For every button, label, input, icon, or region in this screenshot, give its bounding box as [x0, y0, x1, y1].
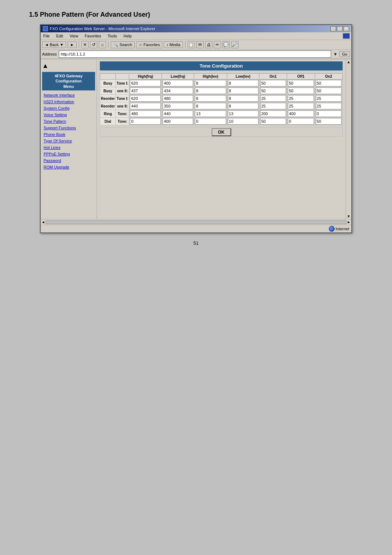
- discuss-button[interactable]: 💬: [222, 41, 230, 48]
- input-off1-4[interactable]: [288, 110, 314, 117]
- input-low-lev-5[interactable]: [228, 118, 258, 125]
- input-on2-3[interactable]: [316, 103, 342, 109]
- window-controls[interactable]: _ □ ✕: [330, 26, 349, 31]
- input-on2-0[interactable]: [316, 80, 342, 86]
- input-high-lev-0[interactable]: [195, 80, 226, 86]
- research-button[interactable]: 🔎: [231, 41, 238, 48]
- input-high-frq-3[interactable]: [130, 103, 161, 109]
- row-on2-0[interactable]: [315, 80, 342, 87]
- sidebar-item-system-config[interactable]: System Config: [42, 105, 95, 112]
- row-high-frq-5[interactable]: [129, 118, 162, 125]
- row-low-frq-2[interactable]: [162, 95, 194, 102]
- input-low-frq-2[interactable]: [163, 95, 193, 102]
- row-low-frq-4[interactable]: [162, 110, 194, 118]
- row-on2-2[interactable]: [315, 95, 342, 102]
- row-on1-0[interactable]: [259, 80, 287, 87]
- row-high-frq-0[interactable]: [129, 80, 162, 87]
- row-off1-5[interactable]: [287, 118, 315, 125]
- menu-tools[interactable]: Tools: [107, 33, 118, 39]
- input-on1-4[interactable]: [260, 110, 286, 117]
- row-on2-4[interactable]: [315, 110, 342, 118]
- input-low-lev-3[interactable]: [228, 103, 258, 109]
- row-low-lev-3[interactable]: [227, 102, 259, 110]
- row-off1-2[interactable]: [287, 95, 315, 102]
- edit-button[interactable]: ✏: [214, 41, 221, 48]
- input-high-lev-1[interactable]: [195, 88, 226, 94]
- print-button[interactable]: 🖨: [205, 41, 212, 48]
- search-button[interactable]: 🔍 Search: [111, 41, 135, 48]
- row-low-frq-3[interactable]: [162, 102, 194, 110]
- row-low-frq-0[interactable]: [162, 80, 194, 87]
- refresh-button[interactable]: ↺: [90, 41, 97, 48]
- maximize-button[interactable]: □: [337, 26, 343, 31]
- row-off1-3[interactable]: [287, 102, 315, 110]
- input-high-frq-4[interactable]: [130, 110, 161, 117]
- sidebar-item-support-functions[interactable]: Support Functions: [42, 125, 95, 131]
- menu-view[interactable]: View: [69, 33, 79, 39]
- row-off1-1[interactable]: [287, 87, 315, 95]
- sidebar-item-pppoe-setting[interactable]: PPPoE Setting: [42, 151, 95, 157]
- row-high-frq-2[interactable]: [129, 95, 162, 102]
- row-on1-5[interactable]: [259, 118, 287, 125]
- row-high-lev-3[interactable]: [194, 102, 227, 110]
- input-low-lev-4[interactable]: [228, 110, 258, 117]
- forward-button[interactable]: ►: [68, 41, 77, 48]
- input-low-lev-2[interactable]: [228, 95, 258, 102]
- input-high-lev-2[interactable]: [195, 95, 226, 102]
- input-on2-2[interactable]: [316, 95, 342, 102]
- input-on1-2[interactable]: [260, 95, 286, 102]
- menu-file[interactable]: File: [42, 33, 51, 39]
- menu-help[interactable]: Help: [122, 33, 133, 39]
- sidebar-item-hot-lines[interactable]: Hot Lines: [42, 144, 95, 151]
- row-on1-2[interactable]: [259, 95, 287, 102]
- input-high-frq-2[interactable]: [130, 95, 161, 102]
- row-high-frq-4[interactable]: [129, 110, 162, 118]
- row-on2-3[interactable]: [315, 102, 342, 110]
- input-high-frq-0[interactable]: [130, 80, 161, 86]
- horizontal-scrollbar[interactable]: ◄ ►: [41, 219, 351, 225]
- row-high-lev-0[interactable]: [194, 80, 227, 87]
- menu-edit[interactable]: Edit: [55, 33, 64, 39]
- input-off1-3[interactable]: [288, 103, 314, 109]
- input-on2-1[interactable]: [316, 88, 342, 94]
- input-off1-5[interactable]: [288, 118, 314, 125]
- media-button[interactable]: ♪ Media: [164, 41, 183, 48]
- row-off1-0[interactable]: [287, 80, 315, 87]
- scrollbar[interactable]: ▲ ▼: [346, 59, 351, 219]
- input-low-frq-0[interactable]: [163, 80, 193, 86]
- input-high-frq-5[interactable]: [130, 118, 161, 125]
- sidebar-item-tone-pattern[interactable]: Tone Pattern: [42, 118, 95, 125]
- row-low-frq-5[interactable]: [162, 118, 194, 125]
- row-off1-4[interactable]: [287, 110, 315, 118]
- scroll-left-icon[interactable]: ◄: [41, 220, 45, 224]
- address-input[interactable]: [59, 50, 331, 58]
- ok-button[interactable]: OK: [212, 128, 231, 136]
- input-low-frq-5[interactable]: [163, 118, 193, 125]
- row-high-frq-3[interactable]: [129, 102, 162, 110]
- input-off1-0[interactable]: [288, 80, 314, 86]
- back-button[interactable]: ◄ Back ▼: [42, 41, 66, 48]
- row-on1-1[interactable]: [259, 87, 287, 95]
- sidebar-item-voice-setting[interactable]: Voice Setting: [42, 112, 95, 118]
- input-high-lev-4[interactable]: [195, 110, 226, 117]
- input-on1-1[interactable]: [260, 88, 286, 94]
- row-high-lev-5[interactable]: [194, 118, 227, 125]
- input-on1-0[interactable]: [260, 80, 286, 86]
- home-button[interactable]: ⌂: [99, 41, 106, 48]
- go-button[interactable]: Go: [339, 51, 350, 57]
- input-low-frq-3[interactable]: [163, 103, 193, 109]
- input-on2-4[interactable]: [316, 110, 342, 117]
- row-high-frq-1[interactable]: [129, 87, 162, 95]
- row-low-frq-1[interactable]: [162, 87, 194, 95]
- row-on2-1[interactable]: [315, 87, 342, 95]
- sidebar-item-network-interface[interactable]: Network Interface: [42, 92, 95, 98]
- row-high-lev-4[interactable]: [194, 110, 227, 118]
- sidebar-item-type-of-service[interactable]: Type Of Service: [42, 138, 95, 144]
- input-low-frq-1[interactable]: [163, 88, 193, 94]
- scroll-down-icon[interactable]: ▼: [347, 214, 351, 218]
- input-off1-2[interactable]: [288, 95, 314, 102]
- input-high-lev-3[interactable]: [195, 103, 226, 109]
- row-on1-4[interactable]: [259, 110, 287, 118]
- menu-favorites[interactable]: Favorites: [83, 33, 102, 39]
- mail-button[interactable]: ✉: [196, 41, 204, 48]
